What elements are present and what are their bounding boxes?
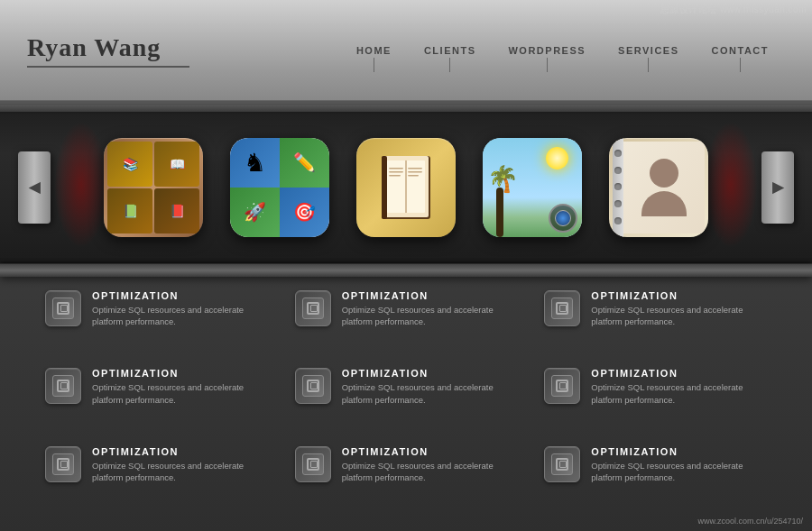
feature-item-7: OPTIMIZATION Optimize SQL resources and …	[45, 446, 268, 513]
features-grid: OPTIMIZATION Optimize SQL resources and …	[0, 272, 812, 531]
slider-section: ◀ 📚 📖 📗 📕 ♞ ✏️ 🚀 🎯	[0, 104, 812, 270]
svg-rect-5	[389, 168, 403, 169]
watermark-url: www.missyuan.com	[720, 5, 807, 14]
feature-icon-9	[544, 446, 580, 482]
nav-connector-line	[0, 100, 812, 101]
feature-text-2: OPTIMIZATION Optimize SQL resources and …	[342, 290, 518, 328]
svg-rect-6	[389, 171, 403, 173]
next-arrow-icon: ▶	[772, 179, 783, 196]
feature-icon-5	[295, 368, 331, 404]
feature-text-6: OPTIMIZATION Optimize SQL resources and …	[591, 368, 767, 406]
nav-services[interactable]: SERVICES	[602, 45, 695, 56]
nav-home[interactable]: HOME	[340, 45, 408, 56]
slider-prev-button[interactable]: ◀	[18, 151, 51, 224]
feature-item-9: OPTIMIZATION Optimize SQL resources and …	[544, 446, 767, 513]
feature-title-7: OPTIMIZATION	[92, 446, 268, 457]
feature-item-6: OPTIMIZATION Optimize SQL resources and …	[544, 368, 767, 435]
feature-title-4: OPTIMIZATION	[92, 368, 268, 379]
feature-item-8: OPTIMIZATION Optimize SQL resources and …	[295, 446, 518, 513]
feature-text-9: OPTIMIZATION Optimize SQL resources and …	[591, 446, 767, 484]
feature-text-7: OPTIMIZATION Optimize SQL resources and …	[92, 446, 268, 484]
svg-rect-9	[408, 171, 422, 173]
feature-title-5: OPTIMIZATION	[342, 368, 518, 379]
svg-rect-8	[408, 168, 422, 169]
app-icon-chess[interactable]: ♞ ✏️ 🚀 🎯	[230, 138, 329, 237]
feature-text-8: OPTIMIZATION Optimize SQL resources and …	[342, 446, 518, 484]
feature-desc-2: Optimize SQL resources and accelerate pl…	[342, 304, 518, 328]
feature-desc-7: Optimize SQL resources and accelerate pl…	[92, 460, 268, 484]
svg-rect-7	[389, 175, 401, 177]
app-icons-container: 📚 📖 📗 📕 ♞ ✏️ 🚀 🎯	[104, 138, 708, 237]
feature-title-1: OPTIMIZATION	[92, 290, 268, 301]
red-glow-right	[704, 122, 758, 248]
feature-icon-7	[45, 446, 81, 482]
nav-contact[interactable]: CONTACT	[696, 45, 785, 56]
navigation: HOME CLIENTS WORDPRESS SERVICES CONTACT	[262, 45, 785, 56]
logo-underline	[27, 66, 189, 68]
feature-item-4: OPTIMIZATION Optimize SQL resources and …	[45, 368, 268, 435]
feature-text-3: OPTIMIZATION Optimize SQL resources and …	[591, 290, 767, 328]
footer-watermark: www.zcool.com.cn/u/254710/	[697, 517, 803, 526]
feature-item-3: OPTIMIZATION Optimize SQL resources and …	[544, 290, 767, 357]
red-glow-left	[54, 122, 108, 248]
feature-icon-1	[45, 290, 81, 326]
feature-title-6: OPTIMIZATION	[591, 368, 767, 379]
feature-desc-1: Optimize SQL resources and accelerate pl…	[92, 304, 268, 328]
watermark-top: 思源设计论坛 www.missyuan.com	[660, 4, 807, 16]
svg-rect-10	[408, 175, 419, 177]
content-section: OPTIMIZATION Optimize SQL resources and …	[0, 270, 812, 531]
bottom-shelf-divider	[0, 264, 812, 277]
feature-title-8: OPTIMIZATION	[342, 446, 518, 457]
feature-title-2: OPTIMIZATION	[342, 290, 518, 301]
book-svg	[374, 151, 438, 224]
feature-item-5: OPTIMIZATION Optimize SQL resources and …	[295, 368, 518, 435]
prev-arrow-icon: ◀	[29, 179, 40, 196]
feature-icon-8	[295, 446, 331, 482]
feature-text-5: OPTIMIZATION Optimize SQL resources and …	[342, 368, 518, 406]
feature-icon-3	[544, 290, 580, 326]
svg-rect-3	[382, 156, 387, 219]
feature-desc-5: Optimize SQL resources and accelerate pl…	[342, 381, 518, 406]
watermark-text: 思源设计论坛	[660, 5, 717, 14]
feature-text-1: OPTIMIZATION Optimize SQL resources and …	[92, 290, 268, 328]
app-icon-ibooks[interactable]	[356, 138, 456, 237]
footer-url: www.zcool.com.cn/u/254710/	[697, 517, 803, 526]
feature-icon-6	[544, 368, 580, 404]
nav-clients[interactable]: CLIENTS	[408, 45, 493, 56]
app-icon-addressbook[interactable]	[609, 138, 708, 237]
app-icon-photos[interactable]: 🌴	[483, 138, 582, 237]
feature-item-2: OPTIMIZATION Optimize SQL resources and …	[295, 290, 518, 357]
feature-desc-4: Optimize SQL resources and accelerate pl…	[92, 381, 268, 406]
feature-title-3: OPTIMIZATION	[591, 290, 767, 301]
site-title: Ryan Wang	[27, 33, 161, 62]
feature-icon-2	[295, 290, 331, 326]
app-icon-bookshelf[interactable]: 📚 📖 📗 📕	[104, 138, 203, 237]
feature-text-4: OPTIMIZATION Optimize SQL resources and …	[92, 368, 268, 406]
slider-next-button[interactable]: ▶	[761, 151, 794, 224]
feature-desc-9: Optimize SQL resources and accelerate pl…	[591, 460, 767, 484]
nav-wordpress[interactable]: WORDPRESS	[492, 45, 602, 56]
logo-area: Ryan Wang	[27, 33, 262, 68]
feature-desc-6: Optimize SQL resources and accelerate pl…	[591, 381, 767, 406]
feature-desc-3: Optimize SQL resources and accelerate pl…	[591, 304, 767, 328]
feature-item-1: OPTIMIZATION Optimize SQL resources and …	[45, 290, 268, 357]
feature-desc-8: Optimize SQL resources and accelerate pl…	[342, 460, 518, 484]
feature-icon-4	[45, 368, 81, 404]
feature-title-9: OPTIMIZATION	[591, 446, 767, 457]
